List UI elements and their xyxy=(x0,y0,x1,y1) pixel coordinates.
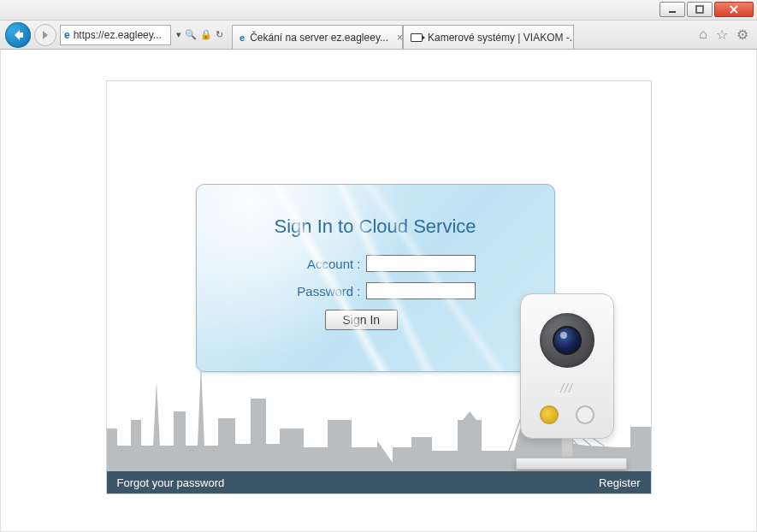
tab-active[interactable]: e Čekání na server ez.eagleey... × xyxy=(232,25,403,49)
signin-button[interactable]: Sign In xyxy=(325,310,399,330)
register-link[interactable]: Register xyxy=(599,476,640,489)
account-input[interactable] xyxy=(366,255,476,272)
login-panel: Sign In to Cloud Service Account : Passw… xyxy=(196,184,555,372)
address-controls: ▾ 🔍 🔒 ↻ xyxy=(176,29,223,40)
ie-favicon-icon: e xyxy=(240,32,245,44)
back-button[interactable] xyxy=(5,22,31,48)
tab-label: Kamerové systémy | VIAKOM -... xyxy=(428,32,574,44)
camera-favicon-icon xyxy=(411,32,423,44)
refresh-icon[interactable]: ↻ xyxy=(216,29,223,40)
dropdown-icon[interactable]: ▾ xyxy=(176,29,181,40)
svg-rect-0 xyxy=(669,11,676,13)
browser-toolbar: e https://ez.eagleey... ▾ 🔍 🔒 ↻ e Čekání… xyxy=(0,21,757,50)
password-label: Password : xyxy=(275,284,361,299)
tab-label: Čekání na server ez.eagleey... xyxy=(250,32,388,44)
window-minimize-button[interactable] xyxy=(659,2,685,17)
favorites-icon[interactable]: ☆ xyxy=(716,27,728,43)
home-icon[interactable]: ⌂ xyxy=(699,27,707,43)
forgot-password-link[interactable]: Forgot your password xyxy=(117,476,225,489)
login-title: Sign In to Cloud Service xyxy=(231,216,520,238)
search-icon[interactable]: 🔍 xyxy=(185,29,197,40)
window-maximize-button[interactable] xyxy=(687,2,713,17)
login-page: Sign In to Cloud Service Account : Passw… xyxy=(106,80,652,494)
tab-close-icon[interactable]: × xyxy=(397,32,403,44)
tab-secondary[interactable]: Kamerové systémy | VIAKOM -... xyxy=(403,25,574,49)
window-titlebar xyxy=(0,0,757,21)
address-url: https://ez.eagleey... xyxy=(74,29,162,41)
tools-icon[interactable]: ⚙ xyxy=(736,27,748,43)
window-close-button[interactable] xyxy=(714,2,754,17)
password-input[interactable] xyxy=(366,282,476,299)
camera-illustration: /// xyxy=(516,293,618,470)
browser-viewport: Sign In to Cloud Service Account : Passw… xyxy=(0,50,757,532)
page-footer: Forgot your password Register xyxy=(107,471,651,494)
account-label: Account : xyxy=(275,257,361,271)
ie-icon: e xyxy=(64,29,70,41)
address-bar[interactable]: e https://ez.eagleey... xyxy=(60,25,171,45)
svg-rect-1 xyxy=(696,6,703,13)
tab-strip: e Čekání na server ez.eagleey... × Kamer… xyxy=(232,21,574,49)
forward-button[interactable] xyxy=(34,24,56,46)
lock-icon: 🔒 xyxy=(200,29,212,40)
